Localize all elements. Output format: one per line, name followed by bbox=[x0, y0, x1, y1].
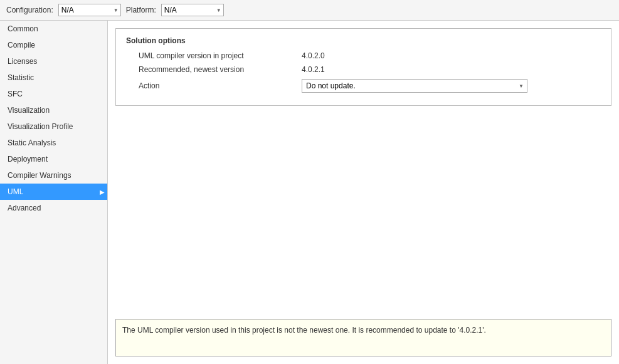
solution-options-box: Solution options UML compiler version in… bbox=[115, 28, 611, 106]
platform-select-wrapper: N/A bbox=[161, 4, 224, 16]
sidebar-item-compiler-warnings[interactable]: Compiler Warnings bbox=[0, 167, 107, 184]
recommended-version-value: 4.0.2.1 bbox=[302, 65, 325, 74]
main-content: Common Compile Licenses Statistic SFC Vi… bbox=[0, 21, 619, 364]
configuration-label: Configuration: bbox=[6, 6, 53, 14]
sidebar-item-uml[interactable]: UML bbox=[0, 184, 107, 200]
recommended-version-label: Recommended, newest version bbox=[139, 65, 302, 74]
sidebar-item-advanced[interactable]: Advanced bbox=[0, 200, 107, 216]
spacer bbox=[115, 111, 611, 319]
sidebar: Common Compile Licenses Statistic SFC Vi… bbox=[0, 21, 108, 364]
content-area: Solution options UML compiler version in… bbox=[108, 21, 619, 364]
sidebar-item-visualization-profile[interactable]: Visualization Profile bbox=[0, 118, 107, 135]
info-box: The UML compiler version used in this pr… bbox=[115, 319, 611, 356]
platform-label: Platform: bbox=[126, 6, 156, 14]
action-select[interactable]: Do not update. Update automatically Ask … bbox=[302, 79, 527, 93]
solution-options-title: Solution options bbox=[126, 36, 601, 45]
sidebar-item-sfc[interactable]: SFC bbox=[0, 86, 107, 102]
sidebar-item-common[interactable]: Common bbox=[0, 21, 107, 37]
sidebar-item-compile[interactable]: Compile bbox=[0, 37, 107, 53]
option-row-version-in-project: UML compiler version in project 4.0.2.0 bbox=[139, 51, 601, 60]
sidebar-item-deployment[interactable]: Deployment bbox=[0, 151, 107, 167]
sidebar-item-licenses[interactable]: Licenses bbox=[0, 53, 107, 70]
version-in-project-label: UML compiler version in project bbox=[139, 51, 302, 60]
version-in-project-value: 4.0.2.0 bbox=[302, 51, 325, 60]
sidebar-item-visualization[interactable]: Visualization bbox=[0, 102, 107, 118]
top-bar: Configuration: N/A Platform: N/A bbox=[0, 0, 619, 21]
platform-select[interactable]: N/A bbox=[161, 4, 224, 16]
options-table: UML compiler version in project 4.0.2.0 … bbox=[139, 51, 601, 93]
sidebar-item-static-analysis[interactable]: Static Analysis bbox=[0, 135, 107, 151]
option-row-recommended-version: Recommended, newest version 4.0.2.1 bbox=[139, 65, 601, 74]
configuration-select[interactable]: N/A bbox=[58, 4, 121, 16]
action-label: Action bbox=[139, 81, 302, 90]
option-row-action: Action Do not update. Update automatical… bbox=[139, 79, 601, 93]
action-select-wrapper: Do not update. Update automatically Ask … bbox=[302, 79, 527, 93]
configuration-select-wrapper: N/A bbox=[58, 4, 121, 16]
sidebar-item-statistic[interactable]: Statistic bbox=[0, 70, 107, 86]
info-text: The UML compiler version used in this pr… bbox=[122, 326, 486, 335]
